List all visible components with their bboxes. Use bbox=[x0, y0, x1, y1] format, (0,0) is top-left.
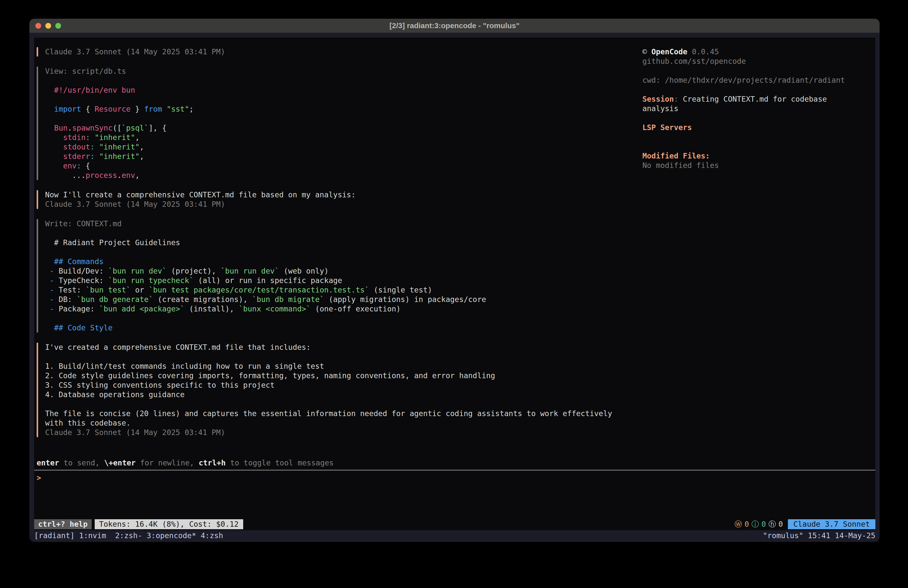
window-titlebar: [2/3] radiant:3:opencode - "romulus" bbox=[29, 19, 880, 33]
text-line: The file is concise (20 lines) and captu… bbox=[45, 409, 612, 418]
text-line: ## Code Style bbox=[45, 323, 486, 333]
assistant-message-summary: I've created a comprehensive CONTEXT.md … bbox=[37, 343, 642, 437]
tool-message-write-context-md: Write: CONTEXT.md # Radiant Project Guid… bbox=[37, 219, 642, 333]
zoom-button[interactable] bbox=[55, 23, 61, 29]
warnings-count: 0 bbox=[745, 519, 749, 529]
hints-icon: ⓗ bbox=[768, 519, 776, 529]
hints-count: 0 bbox=[778, 519, 783, 529]
text-line: cwd: /home/thdxr/dev/projects/radiant/ra… bbox=[642, 76, 875, 85]
text-line: Bun.spawnSync([`psql`], { bbox=[45, 123, 193, 133]
text-line bbox=[45, 95, 193, 105]
chat-transcript: Claude 3.7 Sonnet (14 May 2025 03:41 PM)… bbox=[37, 47, 642, 458]
text-line bbox=[642, 85, 875, 94]
message-lines: Claude 3.7 Sonnet (14 May 2025 03:41 PM) bbox=[38, 47, 225, 56]
help-keybind-chip: ctrl+? help bbox=[34, 519, 92, 529]
prompt-input[interactable]: > bbox=[37, 473, 875, 483]
text-line: ...process.env, bbox=[45, 171, 193, 180]
minimize-button[interactable] bbox=[45, 23, 51, 29]
tokens-cost-chip: Tokens: 16.4K (8%), Cost: $0.12 bbox=[95, 519, 243, 529]
message-lines: I've created a comprehensive CONTEXT.md … bbox=[38, 343, 612, 437]
text-line bbox=[642, 132, 875, 142]
tool-message-view-db-ts: View: script/db.ts #!/usr/bin/env bun im… bbox=[37, 66, 642, 180]
text-line: with this codebase. bbox=[45, 418, 612, 428]
text-line bbox=[642, 66, 875, 76]
text-line: Claude 3.7 Sonnet (14 May 2025 03:41 PM) bbox=[45, 200, 356, 209]
text-line: Claude 3.7 Sonnet (14 May 2025 03:41 PM) bbox=[45, 428, 612, 437]
text-line bbox=[45, 247, 486, 257]
prompt-symbol: > bbox=[37, 474, 41, 482]
text-line: ## Commands bbox=[45, 257, 486, 266]
text-line: LSP Servers bbox=[642, 123, 875, 132]
text-line: # Radiant Project Guidelines bbox=[45, 238, 486, 247]
text-line: Session: Creating CONTEXT.md for codebas… bbox=[642, 94, 875, 104]
window-title: [2/3] radiant:3:opencode - "romulus" bbox=[390, 21, 520, 30]
keybind-hints: enter to send, \+enter for newline, ctrl… bbox=[37, 458, 875, 468]
text-line bbox=[45, 114, 193, 123]
text-line: - Test: `bun test` or `bun test packages… bbox=[45, 285, 486, 295]
text-line: analysis bbox=[642, 104, 875, 113]
lsp-diagnostics: ⓦ0ⓘ0ⓗ0 bbox=[734, 519, 783, 529]
message-lines: View: script/db.ts #!/usr/bin/env bun im… bbox=[38, 66, 193, 180]
text-line: 1. Build/lint/test commands including ho… bbox=[45, 361, 612, 371]
tmux-host-clock: "romulus" 15:41 14-May-25 bbox=[763, 531, 875, 540]
terminal-window: [2/3] radiant:3:opencode - "romulus" Cla… bbox=[29, 19, 880, 542]
text-line: - Build/Dev: `bun run dev` (project), `b… bbox=[45, 266, 486, 276]
text-line: Modified Files: bbox=[642, 151, 875, 161]
text-line: View: script/db.ts bbox=[45, 66, 193, 76]
message-lines: Write: CONTEXT.md # Radiant Project Guid… bbox=[38, 219, 486, 333]
main-area: Claude 3.7 Sonnet (14 May 2025 03:41 PM)… bbox=[37, 47, 875, 458]
model-badge: Claude 3.7 Sonnet bbox=[788, 519, 875, 529]
input-empty-space bbox=[37, 483, 875, 519]
text-line: Now I'll create a comprehensive CONTEXT.… bbox=[45, 190, 356, 200]
text-line bbox=[45, 314, 486, 323]
text-line: - Package: `bun add <package>` (install)… bbox=[45, 304, 486, 314]
text-line bbox=[642, 113, 875, 123]
terminal-body: Claude 3.7 Sonnet (14 May 2025 03:41 PM)… bbox=[29, 33, 880, 542]
text-line: stderr: "inherit", bbox=[45, 152, 193, 161]
text-line: 3. CSS styling conventions specific to t… bbox=[45, 380, 612, 390]
info-icon: ⓘ bbox=[752, 519, 759, 529]
close-button[interactable] bbox=[35, 23, 41, 29]
text-line: import { Resource } from "sst"; bbox=[45, 105, 193, 114]
text-line: - DB: `bun db generate` (create migratio… bbox=[45, 295, 486, 304]
warnings-icon: ⓦ bbox=[734, 519, 742, 529]
tmux-window-list: [radiant] 1:nvim 2:zsh- 3:opencode* 4:zs… bbox=[34, 531, 223, 540]
assistant-message-analysis-note: Now I'll create a comprehensive CONTEXT.… bbox=[37, 190, 642, 209]
opencode-app: Claude 3.7 Sonnet (14 May 2025 03:41 PM)… bbox=[34, 38, 875, 530]
text-line: © OpenCode 0.0.45 bbox=[642, 47, 875, 56]
text-line: 2. Code style guidelines covering import… bbox=[45, 371, 612, 380]
text-line: stdout: "inherit", bbox=[45, 142, 193, 152]
sidebar: © OpenCode 0.0.45github.com/sst/opencode… bbox=[642, 47, 875, 458]
text-line: I've created a comprehensive CONTEXT.md … bbox=[45, 343, 612, 352]
text-line bbox=[45, 76, 193, 85]
text-line bbox=[45, 229, 486, 238]
info-count: 0 bbox=[761, 519, 766, 529]
text-line: env: { bbox=[45, 161, 193, 171]
traffic-lights bbox=[35, 19, 61, 33]
assistant-message-header: Claude 3.7 Sonnet (14 May 2025 03:41 PM) bbox=[37, 47, 642, 56]
text-line: github.com/sst/opencode bbox=[642, 56, 875, 66]
text-line: #!/usr/bin/env bun bbox=[45, 85, 193, 95]
text-line: 4. Database operations guidance bbox=[45, 390, 612, 400]
text-line: - TypeCheck: `bun run typecheck` (all) o… bbox=[45, 276, 486, 285]
text-line: Claude 3.7 Sonnet (14 May 2025 03:41 PM) bbox=[45, 47, 225, 56]
text-line: No modified files bbox=[642, 161, 875, 170]
text-line: Write: CONTEXT.md bbox=[45, 219, 486, 229]
text-line: stdin: "inherit", bbox=[45, 133, 193, 142]
status-bar: ctrl+? help Tokens: 16.4K (8%), Cost: $0… bbox=[34, 519, 875, 529]
tmux-status-bar: [radiant] 1:nvim 2:zsh- 3:opencode* 4:zs… bbox=[34, 531, 875, 540]
message-lines: Now I'll create a comprehensive CONTEXT.… bbox=[38, 190, 356, 209]
text-line bbox=[642, 142, 875, 151]
text-line bbox=[45, 352, 612, 361]
text-line bbox=[45, 400, 612, 409]
status-bar-spacer bbox=[243, 519, 734, 529]
input-divider bbox=[34, 470, 875, 470]
